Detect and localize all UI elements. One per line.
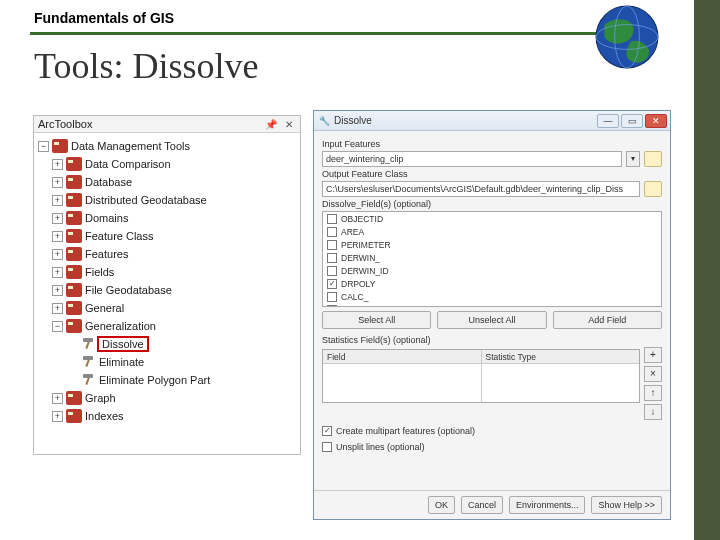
stats-table[interactable]: Field Statistic Type <box>322 349 640 403</box>
input-features-field[interactable]: deer_wintering_clip <box>322 151 622 167</box>
stats-col-field: Field <box>323 350 481 364</box>
dialog-title: Dissolve <box>334 115 372 126</box>
expander-icon[interactable]: − <box>38 141 49 152</box>
cancel-button[interactable]: Cancel <box>461 496 503 514</box>
field-checkbox[interactable] <box>327 240 337 250</box>
tree-item[interactable]: Eliminate <box>38 353 298 371</box>
expander-icon[interactable]: + <box>52 231 63 242</box>
field-list-item[interactable]: DERWIN_ID <box>323 264 661 277</box>
expander-icon[interactable]: + <box>52 267 63 278</box>
tree-root[interactable]: − Data Management Tools <box>38 137 298 155</box>
field-checkbox[interactable] <box>327 253 337 263</box>
expander-icon <box>66 375 77 386</box>
field-checkbox[interactable] <box>327 292 337 302</box>
tree-item[interactable]: +Data Comparison <box>38 155 298 173</box>
field-list-item[interactable]: PERIMETER <box>323 238 661 251</box>
expander-icon[interactable]: + <box>52 195 63 206</box>
tree-item-label: Distributed Geodatabase <box>85 194 207 206</box>
toolbox-icon <box>66 229 82 243</box>
field-checkbox[interactable] <box>327 227 337 237</box>
browse-button[interactable] <box>644 151 662 167</box>
tree-item-label: Indexes <box>85 410 124 422</box>
browse-button[interactable] <box>644 181 662 197</box>
tree-item-label: Graph <box>85 392 116 404</box>
tree-root-label: Data Management Tools <box>71 140 190 152</box>
toolbox-icon <box>66 193 82 207</box>
dialog-footer: OK Cancel Environments... Show Help >> <box>314 490 670 519</box>
ok-button[interactable]: OK <box>428 496 455 514</box>
remove-row-button[interactable]: × <box>644 366 662 382</box>
expander-icon[interactable]: + <box>52 303 63 314</box>
tree-item-label: Eliminate Polygon Part <box>99 374 210 386</box>
expander-icon[interactable]: + <box>52 177 63 188</box>
field-list-item[interactable]: ACRES <box>323 303 661 307</box>
minimize-button[interactable]: — <box>597 114 619 128</box>
close-button[interactable]: ✕ <box>645 114 667 128</box>
expander-icon[interactable]: + <box>52 393 63 404</box>
toolbox-icon <box>66 247 82 261</box>
move-up-button[interactable]: ↑ <box>644 385 662 401</box>
tree-item-label: File Geodatabase <box>85 284 172 296</box>
tree-item[interactable]: +General <box>38 299 298 317</box>
expander-icon[interactable]: + <box>52 159 63 170</box>
field-name: AREA <box>341 227 364 237</box>
show-help-button[interactable]: Show Help >> <box>591 496 662 514</box>
tree-item[interactable]: +Graph <box>38 389 298 407</box>
select-all-button[interactable]: Select All <box>322 311 431 329</box>
dissolve-dialog: 🔧 Dissolve — ▭ ✕ Input Features deer_win… <box>313 110 671 520</box>
field-checkbox[interactable] <box>327 214 337 224</box>
tree-item-label: Dissolve <box>97 336 149 352</box>
tree-item[interactable]: +Indexes <box>38 407 298 425</box>
dialog-titlebar[interactable]: 🔧 Dissolve — ▭ ✕ <box>314 111 670 131</box>
field-checkbox[interactable] <box>327 266 337 276</box>
environments-button[interactable]: Environments... <box>509 496 586 514</box>
toolbox-icon <box>66 301 82 315</box>
field-list-item[interactable]: CALC_ <box>323 290 661 303</box>
tree-item-label: Data Comparison <box>85 158 171 170</box>
add-field-button[interactable]: Add Field <box>553 311 662 329</box>
field-list-item[interactable]: DERWIN_ <box>323 251 661 264</box>
output-field[interactable]: C:\Users\esluser\Documents\ArcGIS\Defaul… <box>322 181 640 197</box>
dissolve-fields-label: Dissolve_Field(s) (optional) <box>322 199 662 209</box>
field-checkbox[interactable] <box>327 279 337 289</box>
tree-item[interactable]: +Database <box>38 173 298 191</box>
field-list-item[interactable]: AREA <box>323 225 661 238</box>
maximize-button[interactable]: ▭ <box>621 114 643 128</box>
field-list-item[interactable]: OBJECTID <box>323 212 661 225</box>
add-row-button[interactable]: + <box>644 347 662 363</box>
unsplit-checkbox[interactable] <box>322 442 332 452</box>
field-list-item[interactable]: DRPOLY <box>323 277 661 290</box>
close-icon[interactable]: ✕ <box>282 119 296 130</box>
slide-title: Tools: Dissolve <box>0 35 694 95</box>
output-label: Output Feature Class <box>322 169 662 179</box>
tree-item[interactable]: +Fields <box>38 263 298 281</box>
pin-icon[interactable]: 📌 <box>264 119 278 130</box>
tree-item[interactable]: Dissolve <box>38 335 298 353</box>
tree-item[interactable]: +Distributed Geodatabase <box>38 191 298 209</box>
tree-item[interactable]: +Domains <box>38 209 298 227</box>
tree-item-label: Features <box>85 248 128 260</box>
multipart-checkbox[interactable] <box>322 426 332 436</box>
expander-icon[interactable]: + <box>52 249 63 260</box>
tree-item-label: Fields <box>85 266 114 278</box>
tree-item[interactable]: −Generalization <box>38 317 298 335</box>
expander-icon[interactable]: + <box>52 411 63 422</box>
tree-item[interactable]: +File Geodatabase <box>38 281 298 299</box>
unselect-all-button[interactable]: Unselect All <box>437 311 546 329</box>
expander-icon[interactable]: + <box>52 285 63 296</box>
tree-item[interactable]: +Features <box>38 245 298 263</box>
toolbox-icon <box>66 319 82 333</box>
field-name: ACRES <box>341 305 370 308</box>
toolbox-icon <box>66 283 82 297</box>
field-checkbox[interactable] <box>327 305 337 308</box>
move-down-button[interactable]: ↓ <box>644 404 662 420</box>
expander-icon[interactable]: + <box>52 213 63 224</box>
dissolve-fields-list[interactable]: OBJECTIDAREAPERIMETERDERWIN_DERWIN_IDDRP… <box>322 211 662 307</box>
toolbox-icon <box>66 391 82 405</box>
dropdown-icon[interactable]: ▾ <box>626 151 640 167</box>
tree-item[interactable]: Eliminate Polygon Part <box>38 371 298 389</box>
tree-item[interactable]: +Feature Class <box>38 227 298 245</box>
stats-col-type: Statistic Type <box>482 350 640 364</box>
expander-icon[interactable]: − <box>52 321 63 332</box>
input-features-label: Input Features <box>322 139 662 149</box>
